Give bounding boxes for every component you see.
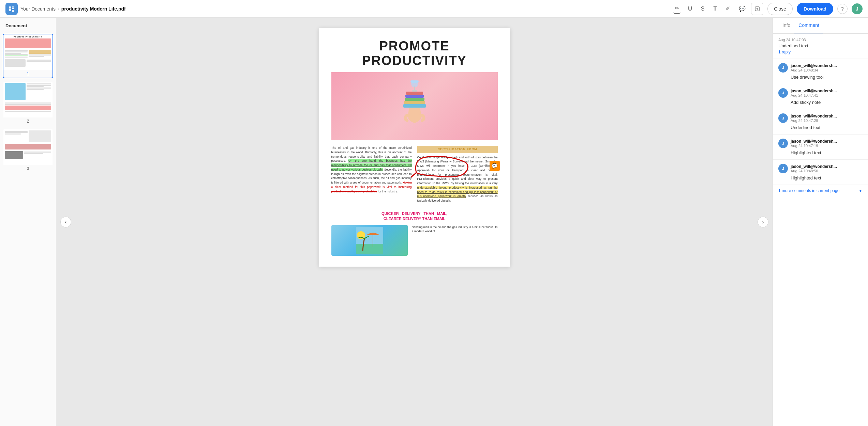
close-button[interactable]: Close (767, 3, 793, 15)
pdf-col-1: The oil and gas industry is one of the m… (331, 146, 412, 206)
next-page-button[interactable]: › (758, 217, 768, 227)
help-icon: ? (841, 6, 844, 12)
comment-avatar-4: J (778, 164, 788, 173)
first-comment-time: Aug 24 10:47:03 (778, 38, 863, 42)
comment-item-0: J jason_will@wondersh... Aug 24 10:48:34… (773, 59, 868, 84)
comment-item-3: J jason_will@wondersh... Aug 24 10:47:19… (773, 135, 868, 160)
comment-meta-4: jason_will@wondersh... Aug 24 10:48:50 (791, 164, 837, 173)
comment-time-2: Aug 24 10:47:29 (791, 119, 837, 123)
comment-avatar-3: J (778, 139, 788, 148)
pdf-col-2: CERTIFICATION FORM Certification is gene… (417, 146, 498, 206)
comment-item-2: J jason_will@wondersh... Aug 24 10:47:29… (773, 109, 868, 135)
comment-item-4: J jason_will@wondersh... Aug 24 10:48:50… (773, 160, 868, 185)
thumb-img-1: PROMOTE PRODUCTIVITY (3, 34, 53, 70)
thumb-img-2 (3, 82, 53, 117)
pdf-title: PROMOTE PRODUCTIVITY (331, 39, 498, 68)
open-button[interactable] (751, 3, 763, 15)
page-num-2: 2 (3, 117, 53, 125)
right-panel-tabs: Info Comment (773, 18, 868, 34)
draw-tool-icon[interactable]: ✐ (724, 4, 731, 13)
svg-rect-10 (356, 244, 383, 254)
comment-avatar-2: J (778, 113, 788, 123)
cert-form-box: CERTIFICATION FORM (417, 146, 498, 153)
pdf-hero-image (331, 72, 498, 140)
right-panel: Info Comment Aug 24 10:47:03 Underlined … (773, 18, 868, 426)
comment-meta-3: jason_will@wondersh... Aug 24 10:47:19 (791, 139, 837, 148)
comment-time-4: Aug 24 10:48:50 (791, 169, 837, 173)
pdf-columns: The oil and gas industry is one of the m… (331, 146, 498, 206)
comment-time-3: Aug 24 10:47:19 (791, 144, 837, 148)
col1-end: for the industry. (377, 190, 398, 193)
beach-illustration (356, 227, 383, 254)
comment-body-0: Use drawing tool (791, 75, 863, 80)
comment-author-0: jason_will@wondersh... (791, 63, 837, 68)
comment-meta-0: jason_will@wondersh... Aug 24 10:48:34 (791, 63, 837, 72)
toolbar-tools: ✏ U S T ✐ 💬 (673, 4, 747, 14)
tab-info[interactable]: Info (778, 18, 794, 33)
page-thumbnail-3[interactable]: 3 (3, 128, 53, 173)
svg-rect-7 (404, 101, 425, 104)
page-thumbnail-2[interactable]: 2 (3, 81, 53, 126)
breadcrumb-parent[interactable]: Your Documents (20, 6, 56, 12)
pdf-bottom-section: Sending mail in the oil and the gas indu… (331, 225, 498, 256)
svg-rect-6 (405, 98, 424, 101)
page-num-1: 1 (3, 70, 53, 78)
svg-rect-8 (403, 104, 426, 108)
comment-author-2: jason_will@wondersh... (791, 114, 837, 119)
breadcrumb-current: productivity Modern Life.pdf (61, 6, 126, 12)
pdf-viewer: ‹ › PROMOTE PRODUCTIVITY (56, 18, 773, 426)
first-comment-item: Aug 24 10:47:03 Underlined text 1 reply (773, 34, 868, 59)
thumb-img-3 (3, 129, 53, 165)
comment-header-4: J jason_will@wondersh... Aug 24 10:48:50 (778, 164, 863, 173)
breadcrumb-separator: › (58, 6, 59, 12)
comment-author-1: jason_will@wondersh... (791, 89, 837, 93)
breadcrumb: Your Documents › productivity Modern Lif… (20, 6, 126, 12)
toolbar: Your Documents › productivity Modern Lif… (0, 0, 868, 18)
toolbar-right: Close Download ? J (751, 3, 863, 15)
first-comment-text: Underlined text (778, 43, 863, 48)
help-button[interactable]: ? (837, 4, 848, 14)
comment-item-1: J jason_will@wondersh... Aug 24 10:47:41… (773, 84, 868, 109)
comment-header-3: J jason_will@wondersh... Aug 24 10:47:19 (778, 139, 863, 148)
comment-header-0: J jason_will@wondersh... Aug 24 10:48:34 (778, 63, 863, 73)
panel-content: Aug 24 10:47:03 Underlined text 1 reply … (773, 34, 868, 426)
user-avatar[interactable]: J (852, 3, 863, 14)
chevron-down-icon: ▼ (858, 188, 863, 193)
pdf-subheading: QUICKER DELIVERY THAN MAIL,CLEARER DELIV… (331, 211, 498, 222)
comment-author-4: jason_will@wondersh... (791, 164, 837, 169)
first-comment-reply[interactable]: 1 reply (778, 50, 863, 54)
prev-page-button[interactable]: ‹ (60, 217, 71, 227)
page-num-3: 3 (3, 165, 53, 172)
underline-tool-icon[interactable]: U (687, 4, 693, 13)
comment-header-2: J jason_will@wondersh... Aug 24 10:47:29 (778, 113, 863, 123)
comment-bubble-icon[interactable]: 💬 (490, 161, 500, 171)
toolbar-left: Your Documents › productivity Modern Lif… (5, 3, 669, 15)
comment-time-0: Aug 24 10:48:34 (791, 68, 837, 72)
sidebar-title: Document (3, 23, 53, 32)
comment-avatar-0: J (778, 63, 788, 73)
svg-rect-5 (405, 95, 424, 98)
tab-comment[interactable]: Comment (794, 18, 823, 33)
comment-header-1: J jason_will@wondersh... Aug 24 10:47:41 (778, 88, 863, 98)
comment-body-3: Highlighted text (791, 150, 863, 155)
text-tool-icon[interactable]: T (712, 4, 718, 13)
more-comments-button[interactable]: 1 more comments in current page ▼ (773, 185, 868, 196)
comment-body-4: Highlighted text (791, 175, 863, 180)
strikethrough-tool-icon[interactable]: S (700, 4, 706, 13)
comment-time-1: Aug 24 10:47:41 (791, 93, 837, 97)
pdf-bottom-image (331, 225, 408, 256)
comment-body-2: Underlined text (791, 125, 863, 130)
comment-meta-2: jason_will@wondersh... Aug 24 10:47:29 (791, 114, 837, 123)
comment-avatar-1: J (778, 88, 788, 98)
pdf-page: PROMOTE PRODUCTIVITY (319, 28, 510, 267)
app-logo[interactable] (5, 3, 18, 15)
comment-tool-icon[interactable]: 💬 (737, 4, 747, 13)
more-comments-label: 1 more comments in current page (778, 188, 839, 193)
svg-rect-4 (406, 92, 423, 95)
left-sidebar: Document PROMOTE PRODUCTIVITY (0, 18, 56, 426)
page-thumbnail-1[interactable]: PROMOTE PRODUCTIVITY (3, 34, 53, 78)
comment-meta-1: jason_will@wondersh... Aug 24 10:47:41 (791, 89, 837, 97)
comment-author-3: jason_will@wondersh... (791, 139, 837, 144)
highlight-tool-icon[interactable]: ✏ (673, 4, 680, 14)
download-button[interactable]: Download (797, 3, 833, 15)
